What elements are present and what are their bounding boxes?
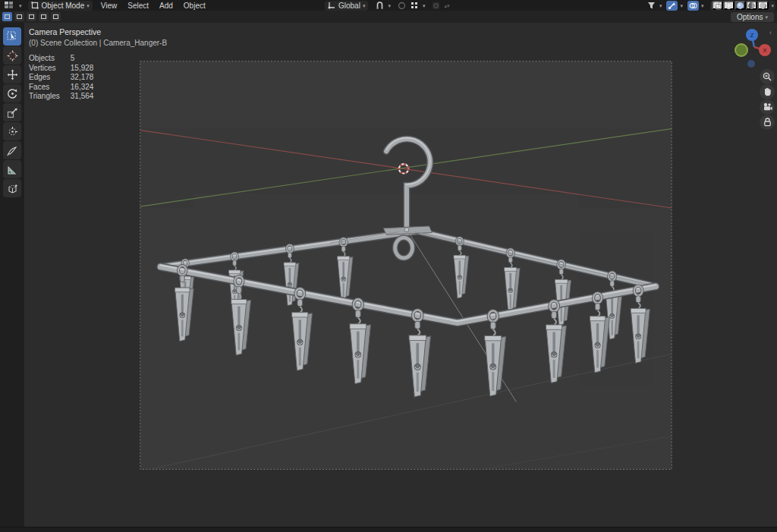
header-right-group: ▾ ▾ ▾ ▾ bbox=[646, 0, 775, 11]
snap-increment-dots-icon bbox=[411, 2, 418, 9]
menu-object[interactable]: Object bbox=[178, 0, 211, 11]
snap-settings-caret[interactable]: ▾ bbox=[388, 3, 391, 8]
menu-view[interactable]: View bbox=[96, 0, 123, 11]
tool-move[interactable] bbox=[3, 65, 21, 83]
shading-caret[interactable]: ▾ bbox=[771, 3, 774, 8]
select-mode-invert[interactable] bbox=[39, 12, 49, 21]
visibility-filter-button[interactable] bbox=[646, 1, 657, 11]
camera-view-area bbox=[140, 61, 672, 470]
header-center-group: Global ▾ ▾ ▾ ▴▾ bbox=[325, 0, 449, 11]
zoom-button[interactable] bbox=[760, 69, 775, 84]
tool-annotate[interactable] bbox=[3, 141, 21, 159]
cursor-tool-icon bbox=[7, 50, 18, 61]
select-mode-subtract[interactable] bbox=[27, 12, 36, 21]
lock-button[interactable] bbox=[760, 115, 775, 130]
orientation-label: Global bbox=[338, 2, 360, 10]
stat-row-objects: Objects 5 bbox=[29, 54, 93, 64]
tool-transform[interactable] bbox=[3, 122, 21, 140]
proportional-edit-icon bbox=[398, 2, 406, 10]
stat-label: Objects bbox=[29, 54, 60, 64]
show-gizmo-arrow-icon bbox=[668, 2, 676, 10]
show-overlays-toggle[interactable] bbox=[687, 1, 699, 11]
stat-row-faces: Faces 16,324 bbox=[29, 83, 93, 93]
lock-icon bbox=[763, 118, 772, 127]
editor-3d-viewport-icon bbox=[5, 2, 14, 9]
shading-wireframe-button[interactable] bbox=[723, 1, 735, 10]
orientation-dropdown[interactable]: Global ▾ bbox=[325, 1, 368, 11]
left-toolbar bbox=[0, 23, 24, 527]
zoom-icon bbox=[763, 72, 772, 81]
stat-value: 32,178 bbox=[60, 73, 94, 83]
caret-icon: ▾ bbox=[19, 3, 22, 8]
axis-negative-z-ball[interactable] bbox=[747, 60, 755, 68]
increment-caret[interactable]: ▾ bbox=[423, 3, 426, 8]
camera-view-button[interactable] bbox=[760, 99, 775, 115]
snap-toggle[interactable] bbox=[374, 1, 385, 11]
axis-z-label: Z bbox=[750, 32, 754, 39]
visibility-filter-funnel-icon bbox=[647, 2, 656, 10]
axis-y-ball[interactable] bbox=[735, 44, 747, 56]
tool-rotate[interactable] bbox=[3, 84, 21, 102]
mode-label: Object Mode bbox=[42, 2, 85, 10]
tool-add-cube[interactable] bbox=[3, 179, 21, 197]
stat-label: Vertices bbox=[29, 64, 60, 74]
select-subtract-icon bbox=[29, 14, 34, 19]
tool-scale[interactable] bbox=[3, 103, 21, 121]
proportional-edit-toggle[interactable] bbox=[396, 1, 407, 11]
pan-hand-icon bbox=[763, 87, 772, 96]
rotate-icon bbox=[7, 88, 18, 99]
viewport-3d[interactable]: Camera Perspective (0) Scene Collection … bbox=[0, 23, 777, 527]
shading-rendered-button[interactable] bbox=[757, 1, 769, 10]
tool-measure[interactable] bbox=[3, 160, 21, 178]
stat-row-edges: Edges 32,178 bbox=[29, 73, 93, 83]
statistics-overlay: Objects 5 Vertices 15,928 Edges 32,178 F… bbox=[29, 54, 93, 102]
shading-solid-button[interactable] bbox=[735, 1, 746, 10]
header-left-group: ▾ Object Mode ▾ View Select Add Object bbox=[2, 0, 211, 11]
tool-settings-bar: Options ▾ bbox=[0, 11, 777, 23]
stat-row-vertices: Vertices 15,928 bbox=[29, 64, 93, 74]
caret-icon: ▾ bbox=[87, 3, 90, 8]
annotate-pen-icon bbox=[7, 145, 18, 156]
editor-type-button[interactable]: ▾ bbox=[2, 1, 25, 11]
show-overlays-icon bbox=[689, 2, 697, 10]
shading-material-button[interactable] bbox=[746, 1, 757, 10]
mode-dropdown[interactable]: Object Mode ▾ bbox=[28, 1, 93, 11]
falloff-caret[interactable]: ▴▾ bbox=[444, 3, 449, 8]
menu-select[interactable]: Select bbox=[122, 0, 154, 11]
select-mode-extend[interactable] bbox=[14, 12, 24, 21]
navigation-gizmo[interactable]: Z X bbox=[733, 27, 775, 70]
magnet-icon bbox=[376, 2, 384, 10]
show-gizmo-toggle[interactable] bbox=[666, 1, 678, 11]
snap-increment-button[interactable] bbox=[409, 1, 420, 11]
stat-label: Edges bbox=[29, 73, 60, 83]
tool-cursor[interactable] bbox=[3, 46, 21, 65]
caret-icon: ▾ bbox=[765, 14, 768, 20]
select-mode-intersect[interactable] bbox=[51, 12, 61, 21]
filter-caret[interactable]: ▾ bbox=[659, 3, 662, 8]
view-label: Camera Perspective bbox=[29, 27, 167, 36]
transform-orientation-icon bbox=[328, 2, 335, 9]
stat-value: 5 bbox=[60, 54, 94, 64]
stat-value: 31,564 bbox=[60, 92, 94, 102]
shading-group: ▾ bbox=[710, 1, 775, 11]
select-box-icon bbox=[7, 31, 17, 42]
breadcrumb: (0) Scene Collection | Camera_Hanger-B bbox=[29, 39, 167, 47]
stat-value: 16,324 bbox=[60, 83, 94, 93]
select-mode-new[interactable] bbox=[2, 12, 12, 21]
caret-icon: ▾ bbox=[363, 3, 366, 8]
pan-button[interactable] bbox=[760, 84, 775, 99]
tool-select-box[interactable] bbox=[3, 27, 21, 46]
axis-x-label: X bbox=[763, 47, 767, 54]
falloff-button[interactable] bbox=[430, 1, 442, 11]
gizmo-caret[interactable]: ▾ bbox=[680, 3, 683, 8]
xray-toggle[interactable] bbox=[712, 1, 723, 10]
shading-rendered-icon bbox=[759, 2, 767, 10]
header-bar: ▾ Object Mode ▾ View Select Add Object G… bbox=[0, 0, 777, 11]
viewport-overlay-info: Camera Perspective (0) Scene Collection … bbox=[29, 27, 167, 102]
shading-material-icon bbox=[747, 2, 756, 10]
transform-icon bbox=[7, 126, 18, 137]
options-dropdown[interactable]: Options ▾ bbox=[731, 12, 774, 22]
overlays-caret[interactable]: ▾ bbox=[701, 3, 704, 8]
menu-add[interactable]: Add bbox=[154, 0, 178, 11]
xray-toggle-icon bbox=[713, 2, 722, 10]
